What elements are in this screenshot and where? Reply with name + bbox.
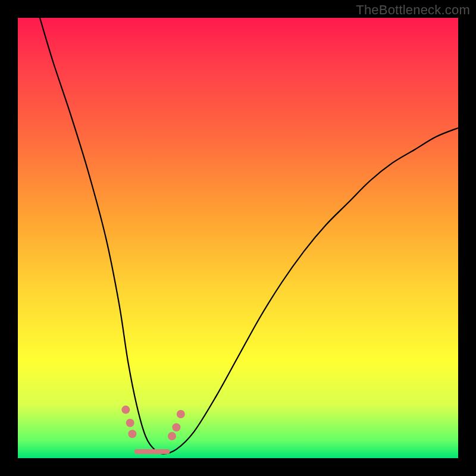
curve-layer — [18, 18, 458, 458]
watermark-text: TheBottleneck.com — [356, 2, 470, 18]
marker-dot — [121, 406, 130, 414]
bottleneck-curve — [40, 18, 458, 454]
highlight-markers — [121, 406, 184, 452]
marker-dot — [128, 430, 136, 438]
chart-stage: TheBottleneck.com — [0, 0, 476, 476]
plot-area — [18, 18, 458, 458]
marker-dot — [172, 423, 180, 431]
marker-dot — [126, 419, 134, 427]
marker-dot — [177, 410, 185, 418]
marker-dot — [168, 432, 176, 440]
